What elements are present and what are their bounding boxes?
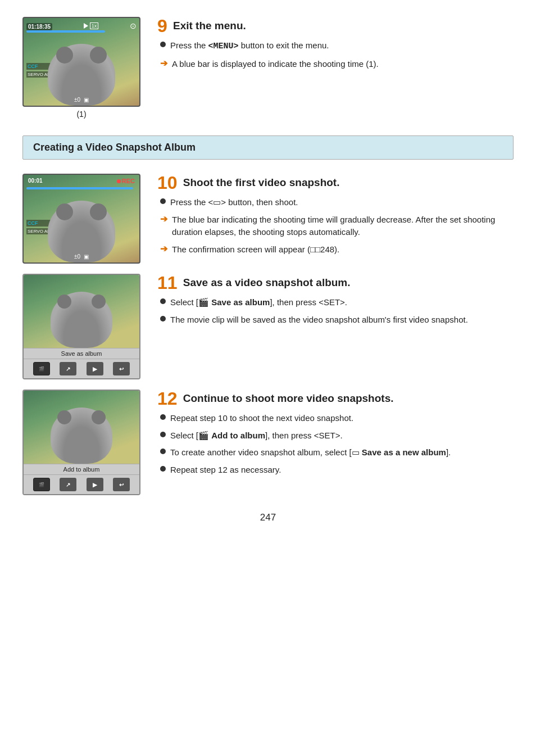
step10-bullet2-text: The blue bar indicating the shooting tim… <box>172 214 514 239</box>
save-new-icon-text: ↗ <box>66 366 70 372</box>
step12-header: 12 Continue to shoot more video snapshot… <box>157 390 514 408</box>
icon-save-album: 🎬 <box>33 362 50 375</box>
section-title-bar: Creating a Video Snapshot Album <box>22 135 514 160</box>
save-new2-icon-text: ↗ <box>66 482 70 488</box>
steps-area: 00:01 REC CCF SERVO AF ±0 ▣ <box>22 174 514 495</box>
bullet-dot-11-2 <box>160 316 166 322</box>
add-album-icon-text: 🎬 <box>39 482 44 487</box>
step9-bullet2: ➔ A blue bar is displayed to indicate th… <box>160 58 514 71</box>
step9-number: 9 <box>157 17 167 35</box>
page-number-text: 247 <box>260 512 276 523</box>
icon-add-album: 🎬 <box>33 478 50 491</box>
blue-bar-rec <box>26 187 133 189</box>
step10-row: 00:01 REC CCF SERVO AF ±0 ▣ <box>22 174 514 264</box>
step10-title: Shoot the first video snapshot. <box>183 176 340 188</box>
step12-number: 12 <box>157 390 178 408</box>
rec-badge: REC <box>117 178 135 184</box>
step11-screen: Save as album 🎬 ↗ ▶ ↩ <box>22 274 140 379</box>
arrow-icon-10-3: ➔ <box>160 243 167 254</box>
step11-icons-bar: 🎬 ↗ ▶ ↩ <box>24 359 139 378</box>
hud-timecode: 01:18:35 <box>26 21 52 30</box>
icon-delete2: ↩ <box>113 478 130 491</box>
step12-row: Add to album 🎬 ↗ ▶ ↩ <box>22 390 514 495</box>
step12-text-col: 12 Continue to shoot more video snapshot… <box>157 390 514 481</box>
bullet-dot-12-2 <box>160 432 166 437</box>
hud-settings-icon: ⊙ <box>130 21 137 30</box>
bullet-dot-12-4 <box>160 466 166 472</box>
play-icon <box>84 23 88 29</box>
step9-content: 9 Exit the menu. Press the <MENU> button… <box>157 17 514 75</box>
rec-dot <box>117 179 121 183</box>
ccf-icon: CCF <box>26 63 51 70</box>
hud-play: 1x <box>84 22 99 29</box>
step12-bullets: Repeat step 10 to shoot the next video s… <box>157 412 514 476</box>
bullet-dot-10-1 <box>160 198 166 204</box>
step12-screen: Add to album 🎬 ↗ ▶ ↩ <box>22 390 140 495</box>
timecode-rec: 00:01 <box>28 178 43 184</box>
camera-display: 01:18:35 1x ⊙ CCF SERVO AF ±0 ▣ <box>22 17 140 107</box>
save-album-icon-text: 🎬 <box>39 366 44 372</box>
icon-playback: ▶ <box>87 362 103 375</box>
icon-save-new2: ↗ <box>60 478 76 491</box>
page-number: 247 <box>22 512 514 523</box>
step11-row: Save as album 🎬 ↗ ▶ ↩ <box>22 274 514 379</box>
delete-icon-text: ↩ <box>119 366 124 372</box>
step11-bullets: Select [🎬 Save as album], then press <SE… <box>157 296 514 326</box>
step11-label: Save as album <box>24 348 139 359</box>
step12-label: Add to album <box>24 464 139 474</box>
cam-label-1: (1) <box>22 110 140 119</box>
step12-img <box>24 391 139 464</box>
step11-img <box>24 275 139 348</box>
step12-bullet3: To create another video snapshot album, … <box>160 446 514 459</box>
arrow-icon-10-2: ➔ <box>160 214 167 224</box>
step9-header: 9 Exit the menu. <box>157 17 514 35</box>
bullet-dot <box>160 42 166 47</box>
exposure-icon-rec: ▣ <box>84 253 89 260</box>
hud-bottom: ±0 ▣ <box>26 97 137 103</box>
step12-icons-bar: 🎬 ↗ ▶ ↩ <box>24 474 139 494</box>
x1-label: 1x <box>90 22 99 29</box>
step11-text-col: 11 Save as a video snapshot album. Selec… <box>157 274 514 331</box>
step10-bullet2: ➔ The blue bar indicating the shooting t… <box>160 214 514 239</box>
step10-bullet3: ➔ The confirmation screen will appear (□… <box>160 243 514 256</box>
icon-playback2: ▶ <box>87 478 103 491</box>
step12-bullet2-text: Select [🎬 Add to album], then press <SET… <box>170 429 343 442</box>
step11-title: Save as a video snapshot album. <box>183 277 351 288</box>
bullet-dot-12-3 <box>160 449 166 454</box>
icon-delete: ↩ <box>113 362 130 375</box>
playback-icon-text: ▶ <box>93 366 97 372</box>
step9-title: Exit the menu. <box>173 20 246 31</box>
step11-number: 11 <box>157 274 178 292</box>
blue-bar <box>26 30 105 33</box>
icon-save-new: ↗ <box>60 362 76 375</box>
step10-bullets: Press the <▭> button, then shoot. ➔ The … <box>157 196 514 256</box>
step11-bullet2: The movie clip will be saved as the vide… <box>160 314 514 327</box>
step12-image-col: Add to album 🎬 ↗ ▶ ↩ <box>22 390 140 495</box>
step9-bullets: Press the <MENU> button to exit the menu… <box>157 39 514 70</box>
step12-bullet3-text: To create another video snapshot album, … <box>170 446 451 459</box>
delete2-icon-text: ↩ <box>119 482 124 488</box>
ccf-icon-rec: CCF <box>26 220 51 227</box>
step12-title: Continue to shoot more video snapshots. <box>183 392 394 404</box>
step9-section: 01:18:35 1x ⊙ CCF SERVO AF ±0 ▣ <box>22 17 514 119</box>
step10-header: 10 Shoot the first video snapshot. <box>157 174 514 192</box>
hud-top: 01:18:35 1x ⊙ <box>26 21 137 30</box>
hud-bottom-rec: ±0 ▣ <box>26 253 137 260</box>
rec-text: REC <box>122 178 135 184</box>
step11-bullet1-text: Select [🎬 Save as album], then press <SE… <box>170 296 347 309</box>
koala-face-11 <box>51 292 112 348</box>
step10-bullet1-text: Press the <▭> button, then shoot. <box>170 196 298 209</box>
step9-bullet1: Press the <MENU> button to exit the menu… <box>160 39 514 53</box>
step12-bullet1: Repeat step 10 to shoot the next video s… <box>160 412 514 425</box>
exposure-icon: ▣ <box>84 97 89 103</box>
playback2-icon-text: ▶ <box>93 482 97 488</box>
step10-image-col: 00:01 REC CCF SERVO AF ±0 ▣ <box>22 174 140 264</box>
step11-image-col: Save as album 🎬 ↗ ▶ ↩ <box>22 274 140 379</box>
step10-bullet1: Press the <▭> button, then shoot. <box>160 196 514 209</box>
koala-face-12 <box>51 408 112 464</box>
arrow-icon: ➔ <box>160 58 167 69</box>
step12-bullet4: Repeat step 12 as necessary. <box>160 464 514 477</box>
step10-number: 10 <box>157 174 178 192</box>
step12-bullet4-text: Repeat step 12 as necessary. <box>170 464 281 477</box>
step11-bullet2-text: The movie clip will be saved as the vide… <box>170 314 468 327</box>
